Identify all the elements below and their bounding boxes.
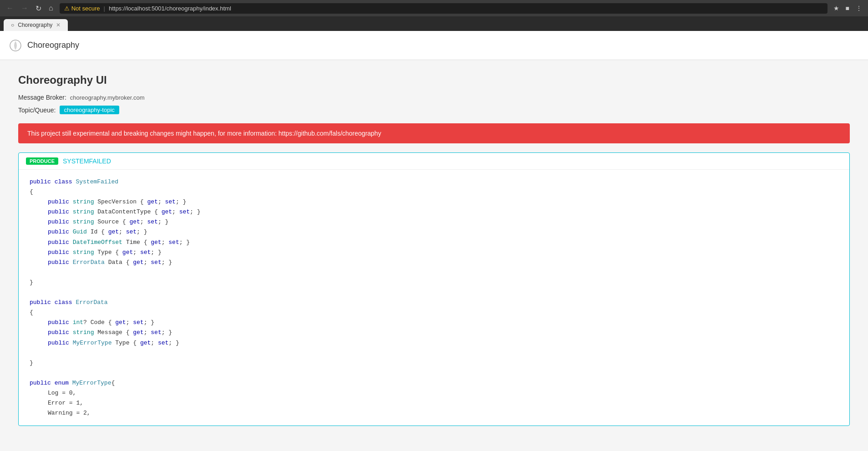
extensions-icon[interactable]: ■ (843, 4, 852, 13)
app-logo-icon (9, 39, 22, 52)
code-line-18: Log = 0, (48, 388, 838, 398)
main-content: Choreography UI Message Broker: choreogr… (0, 60, 868, 451)
menu-icon[interactable]: ⋮ (853, 4, 864, 13)
produce-badge: PRODUCE (26, 157, 58, 165)
alert-message: This project still experimental and brea… (27, 130, 381, 137)
topic-queue-row: Topic/Queue: choreography-topic (18, 106, 850, 114)
url-divider: | (104, 5, 105, 12)
not-secure-label: Not secure (71, 5, 100, 12)
message-broker-row: Message Broker: choreography.mybroker.co… (18, 94, 850, 101)
topic-queue-badge: choreography-topic (60, 106, 119, 114)
code-line-2: { (30, 187, 838, 197)
code-line-16: } (30, 358, 838, 368)
browser-chrome: ← → ↻ ⌂ ⚠ Not secure | https://localhost… (0, 0, 868, 16)
alert-banner: This project still experimental and brea… (18, 123, 850, 143)
code-line-17: public enum MyErrorType{ (30, 378, 838, 388)
code-line-blank2 (30, 288, 838, 298)
message-broker-label: Message Broker: (18, 94, 66, 101)
tab-title: Choreography (18, 22, 52, 28)
code-line-6: public Guid Id { get; set; } (48, 227, 838, 237)
code-line-8: public string Type { get; set; } (48, 248, 838, 258)
code-line-19: Error = 1, (48, 398, 838, 408)
warning-icon: ⚠ (64, 5, 70, 12)
not-secure-indicator: ⚠ Not secure (64, 5, 100, 12)
message-broker-value: choreography.mybroker.com (70, 94, 145, 101)
code-line-11: public class ErrorData (30, 298, 838, 308)
code-line-blank1 (30, 268, 838, 278)
star-icon[interactable]: ★ (831, 4, 842, 13)
active-tab[interactable]: ○ Choreography ✕ (4, 19, 68, 31)
app-header: Choreography (0, 31, 868, 60)
app-title: Choreography (27, 41, 79, 50)
tab-bar: ○ Choreography ✕ (0, 16, 868, 31)
address-bar[interactable]: ⚠ Not secure | https://localhost:5001/ch… (60, 3, 827, 14)
code-line-20: Warning = 2, (48, 408, 838, 418)
code-line-13: public int? Code { get; set; } (48, 318, 838, 328)
code-line-7: public DateTimeOffset Time { get; set; } (48, 238, 838, 248)
code-line-10: } (30, 278, 838, 288)
tab-favicon: ○ (11, 22, 14, 28)
code-panel: PRODUCE SYSTEMFAILED public class System… (18, 152, 850, 426)
system-failed-label: SYSTEMFAILED (63, 157, 111, 165)
tab-close-icon[interactable]: ✕ (56, 22, 61, 28)
browser-toolbar-right: ★ ■ ⋮ (831, 4, 864, 13)
code-line-blank3 (30, 348, 838, 358)
page-title: Choreography UI (18, 74, 850, 86)
forward-button[interactable]: → (18, 3, 31, 13)
code-line-9: public ErrorData Data { get; set; } (48, 258, 838, 268)
address-text: https://localhost:5001/choreography/inde… (109, 5, 231, 12)
code-content: public class SystemFailed { public strin… (19, 170, 849, 426)
code-line-15: public MyErrorType Type { get; set; } (48, 338, 838, 348)
code-line-blank4 (30, 368, 838, 378)
code-panel-header: PRODUCE SYSTEMFAILED (19, 153, 849, 170)
topic-queue-label: Topic/Queue: (18, 106, 56, 114)
home-button[interactable]: ⌂ (46, 3, 56, 13)
code-line-3: public string SpecVersion { get; set; } (48, 197, 838, 207)
code-line-5: public string Source { get; set; } (48, 217, 838, 227)
code-line-1: public class SystemFailed (30, 177, 838, 187)
nav-buttons: ← → ↻ ⌂ (4, 3, 56, 14)
code-line-12: { (30, 308, 838, 318)
code-line-4: public string DataContentType { get; set… (48, 207, 838, 217)
refresh-button[interactable]: ↻ (33, 3, 44, 14)
code-line-14: public string Message { get; set; } (48, 328, 838, 338)
back-button[interactable]: ← (4, 3, 16, 13)
